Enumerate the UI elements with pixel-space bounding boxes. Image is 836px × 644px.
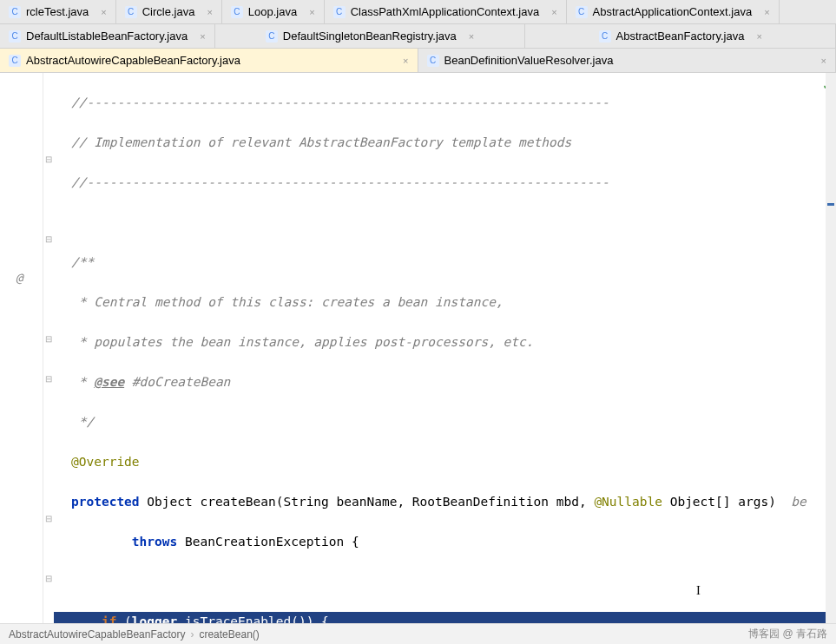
tab-row-2: C DefaultListableBeanFactory.java × C De… <box>0 24 836 49</box>
override-gutter-icon[interactable]: @ <box>16 271 23 285</box>
breadcrumb-bar: AbstractAutowireCapableBeanFactory › cre… <box>0 623 836 644</box>
chevron-right-icon: › <box>190 628 194 641</box>
fold-end-icon[interactable]: ⊟ <box>45 574 52 583</box>
java-class-icon: C <box>576 6 588 18</box>
close-icon[interactable]: × <box>756 31 761 42</box>
java-class-icon: C <box>9 30 21 43</box>
fold-end-icon[interactable]: ⊟ <box>45 374 52 384</box>
javadoc-line: */ <box>71 415 94 429</box>
java-class-icon: C <box>231 6 243 18</box>
text-cursor-icon: I <box>696 581 701 601</box>
editor-gutter[interactable]: @ <box>0 73 43 623</box>
close-icon[interactable]: × <box>469 31 474 42</box>
highlighted-line: if (logger.isTraceEnabled()) { <box>54 612 836 623</box>
tab-abstractappcontext[interactable]: C AbstractApplicationContext.java × <box>567 0 780 23</box>
tab-label: DefaultSingletonBeanRegistry.java <box>283 30 457 43</box>
keyword: protected <box>71 495 140 509</box>
tab-classpathxml[interactable]: C ClassPathXmlApplicationContext.java × <box>325 0 567 23</box>
close-icon[interactable]: × <box>551 7 556 17</box>
tab-row-3: C AbstractAutowireCapableBeanFactory.jav… <box>0 49 836 73</box>
close-icon[interactable]: × <box>101 7 106 17</box>
tab-label: AbstractAutowireCapableBeanFactory.java <box>26 54 240 67</box>
scroll-marker[interactable] <box>827 203 834 206</box>
tab-defaultsingleton[interactable]: C DefaultSingletonBeanRegistry.java × <box>215 24 526 48</box>
comment-line: //--------------------------------------… <box>71 95 609 109</box>
tab-label: rcleTest.java <box>26 5 89 18</box>
java-class-icon: C <box>599 30 611 43</box>
tab-label: BeanDefinitionValueResolver.java <box>444 54 614 67</box>
tab-label: DefaultListableBeanFactory.java <box>26 30 188 43</box>
annotation: @Nullable <box>594 495 662 509</box>
annotation: @Override <box>71 455 140 469</box>
java-class-icon: C <box>9 6 21 18</box>
editor-area: @ ⊟ ⊟ ⊟ ⊟ ⊟ ⊟ //------------------------… <box>0 73 836 623</box>
tab-row-1: C rcleTest.java × C Circle.java × C Loop… <box>0 0 836 24</box>
tab-label: Loop.java <box>248 5 297 18</box>
keyword: if <box>102 614 116 623</box>
code-editor[interactable]: //--------------------------------------… <box>54 73 836 623</box>
comment-line: //--------------------------------------… <box>71 175 609 189</box>
method-signature: Object[] args) <box>662 495 791 509</box>
hint-text: be <box>791 495 806 509</box>
comment-line: // Implementation of relevant AbstractBe… <box>71 135 571 149</box>
close-icon[interactable]: × <box>200 31 205 42</box>
watermark-text: 博客园 @ 青石路 <box>748 627 827 641</box>
editor-scrollbar[interactable] <box>826 73 836 623</box>
fold-gutter[interactable]: ⊟ ⊟ ⊟ ⊟ ⊟ ⊟ <box>43 73 54 623</box>
close-icon[interactable]: × <box>403 56 408 66</box>
close-icon[interactable]: × <box>764 7 769 17</box>
java-class-icon: C <box>266 30 278 43</box>
breadcrumb-item[interactable]: createBean() <box>199 628 259 641</box>
java-class-icon: C <box>333 6 346 18</box>
javadoc-line: /** <box>71 255 94 269</box>
javadoc-line: * @see #doCreateBean <box>71 375 230 389</box>
tab-label: ClassPathXmlApplicationContext.java <box>351 5 540 18</box>
breadcrumb-item[interactable]: AbstractAutowireCapableBeanFactory <box>9 628 185 641</box>
java-class-icon: C <box>9 55 21 67</box>
tab-circle[interactable]: C Circle.java × <box>116 0 222 23</box>
tab-beandefresolver[interactable]: C BeanDefinitionValueResolver.java × <box>418 49 837 72</box>
fold-minus-icon[interactable]: ⊟ <box>45 154 52 164</box>
javadoc-line: * Central method of this class: creates … <box>71 295 504 309</box>
close-icon[interactable]: × <box>207 7 212 17</box>
fold-minus-icon[interactable]: ⊟ <box>45 334 52 344</box>
tab-label: AbstractApplicationContext.java <box>593 5 753 18</box>
close-icon[interactable]: × <box>821 56 826 66</box>
tab-abstractbeanfactory[interactable]: C AbstractBeanFactory.java × <box>525 24 836 48</box>
fold-end-icon[interactable]: ⊟ <box>45 234 52 244</box>
code-text: BeanCreationException { <box>177 535 359 549</box>
editor-tabs-container: C rcleTest.java × C Circle.java × C Loop… <box>0 0 836 73</box>
tab-rcletest[interactable]: C rcleTest.java × <box>0 0 116 23</box>
tab-defaultlistable[interactable]: C DefaultListableBeanFactory.java × <box>0 24 215 48</box>
close-icon[interactable]: × <box>309 7 314 17</box>
fold-minus-icon[interactable]: ⊟ <box>45 514 52 523</box>
java-class-icon: C <box>427 55 439 67</box>
keyword: throws <box>132 535 177 549</box>
tab-loop[interactable]: C Loop.java × <box>222 0 325 23</box>
method-signature: Object createBean(String beanName, RootB… <box>140 495 595 509</box>
javadoc-line: * populates the bean instance, applies p… <box>71 335 534 349</box>
tab-label: Circle.java <box>142 5 195 18</box>
tab-abstractautowire[interactable]: C AbstractAutowireCapableBeanFactory.jav… <box>0 49 418 72</box>
java-class-icon: C <box>125 6 137 18</box>
tab-label: AbstractBeanFactory.java <box>616 30 745 43</box>
